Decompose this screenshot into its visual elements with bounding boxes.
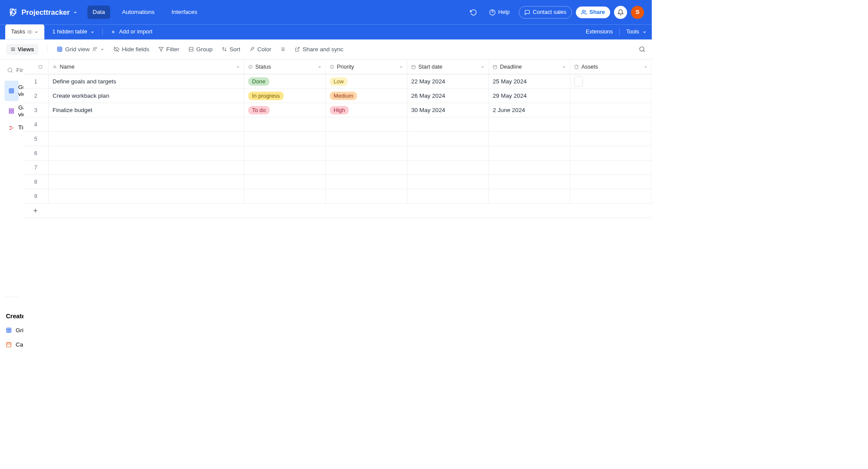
cell-assets[interactable] bbox=[570, 89, 652, 103]
cell-priority[interactable] bbox=[326, 189, 407, 204]
contact-sales-button[interactable]: Contact sales bbox=[519, 6, 572, 19]
cell-priority[interactable]: Low bbox=[326, 74, 407, 89]
cell-start-date[interactable]: 22 May 2024 bbox=[407, 74, 489, 89]
column-header-start[interactable]: Start date bbox=[407, 59, 489, 75]
cell-assets[interactable] bbox=[570, 117, 652, 132]
cell-assets[interactable] bbox=[570, 146, 652, 160]
hidden-tables-button[interactable]: 1 hidden table bbox=[53, 29, 95, 35]
cell-assets[interactable] bbox=[570, 189, 652, 204]
view-item-timeline[interactable]: Timeline bbox=[5, 121, 19, 135]
row-height-button[interactable] bbox=[281, 46, 286, 52]
cell-priority[interactable] bbox=[326, 117, 407, 132]
cell-name[interactable] bbox=[49, 146, 244, 160]
chevron-down-icon[interactable] bbox=[562, 65, 566, 69]
column-header-status[interactable]: Status bbox=[244, 59, 326, 75]
cell-priority[interactable]: High bbox=[326, 103, 407, 117]
view-name-dropdown[interactable]: Grid view bbox=[56, 46, 104, 53]
cell-status[interactable]: In progress bbox=[244, 89, 326, 103]
row-number[interactable]: 3 bbox=[23, 103, 49, 117]
search-records-button[interactable] bbox=[639, 46, 645, 53]
cell-priority[interactable] bbox=[326, 146, 407, 160]
row-number[interactable]: 7 bbox=[23, 160, 49, 175]
cell-name[interactable] bbox=[49, 189, 244, 204]
hide-fields-button[interactable]: Hide fields bbox=[113, 46, 149, 53]
group-button[interactable]: Group bbox=[188, 46, 213, 53]
row-number[interactable]: 1 bbox=[23, 74, 49, 89]
create-header[interactable]: Create... bbox=[5, 309, 19, 323]
cell-deadline[interactable] bbox=[489, 132, 571, 146]
cell-name[interactable] bbox=[49, 117, 244, 132]
cell-name[interactable]: Define goals and targets bbox=[49, 74, 244, 89]
cell-deadline[interactable] bbox=[489, 160, 571, 175]
filter-button[interactable]: Filter bbox=[158, 46, 179, 53]
add-row-button[interactable]: ＋ bbox=[23, 204, 652, 218]
sort-button[interactable]: Sort bbox=[222, 46, 241, 53]
create-calendar-button[interactable]: Calendar ＋ bbox=[5, 337, 19, 352]
create-grid-button[interactable]: Grid ＋ bbox=[5, 323, 19, 337]
cell-name[interactable]: Finalize budget bbox=[49, 103, 244, 117]
tab-tasks[interactable]: Tasks bbox=[5, 24, 44, 40]
view-item-gallery-view[interactable]: Gallery view bbox=[5, 101, 19, 121]
cell-deadline[interactable] bbox=[489, 175, 571, 189]
cell-status[interactable] bbox=[244, 132, 326, 146]
cell-start-date[interactable] bbox=[407, 117, 489, 132]
cell-status[interactable] bbox=[244, 189, 326, 204]
brand[interactable]: Projecttracker bbox=[8, 7, 78, 17]
cell-start-date[interactable] bbox=[407, 160, 489, 175]
add-import-button[interactable]: Add or import bbox=[111, 29, 152, 35]
select-all-header[interactable] bbox=[23, 59, 49, 75]
row-number[interactable]: 2 bbox=[23, 89, 49, 103]
chevron-down-icon[interactable] bbox=[481, 65, 485, 69]
nav-interfaces[interactable]: Interfaces bbox=[166, 6, 202, 19]
row-number[interactable]: 8 bbox=[23, 175, 49, 189]
cell-deadline[interactable]: 25 May 2024 bbox=[489, 74, 571, 89]
cell-name[interactable] bbox=[49, 160, 244, 175]
cell-name[interactable] bbox=[49, 132, 244, 146]
user-avatar[interactable]: S bbox=[631, 6, 644, 19]
cell-status[interactable]: Done bbox=[244, 74, 326, 89]
cell-start-date[interactable] bbox=[407, 189, 489, 204]
cell-assets[interactable] bbox=[570, 160, 652, 175]
cell-deadline[interactable]: 29 May 2024 bbox=[489, 89, 571, 103]
cell-status[interactable] bbox=[244, 146, 326, 160]
cell-start-date[interactable] bbox=[407, 146, 489, 160]
color-button[interactable]: Color bbox=[249, 46, 271, 53]
column-header-deadline[interactable]: Deadline bbox=[489, 59, 571, 75]
cell-assets[interactable] bbox=[570, 74, 652, 89]
share-button[interactable]: Share bbox=[576, 7, 610, 18]
cell-priority[interactable] bbox=[326, 160, 407, 175]
cell-deadline[interactable] bbox=[489, 117, 571, 132]
notifications-button[interactable] bbox=[614, 6, 627, 19]
cell-priority[interactable] bbox=[326, 132, 407, 146]
cell-start-date[interactable]: 30 May 2024 bbox=[407, 103, 489, 117]
cell-name[interactable] bbox=[49, 175, 244, 189]
cell-deadline[interactable]: 2 June 2024 bbox=[489, 103, 571, 117]
cell-deadline[interactable] bbox=[489, 189, 571, 204]
tools-button[interactable]: Tools bbox=[626, 29, 647, 35]
column-header-priority[interactable]: Priority bbox=[326, 59, 407, 75]
view-item-grid-view[interactable]: Grid view bbox=[5, 80, 19, 101]
cell-assets[interactable] bbox=[570, 103, 652, 117]
history-icon[interactable] bbox=[467, 6, 480, 19]
cell-status[interactable] bbox=[244, 160, 326, 175]
cell-status[interactable]: To do bbox=[244, 103, 326, 117]
column-header-assets[interactable]: Assets bbox=[570, 59, 652, 75]
cell-assets[interactable] bbox=[570, 175, 652, 189]
cell-status[interactable] bbox=[244, 117, 326, 132]
cell-assets[interactable] bbox=[570, 132, 652, 146]
cell-name[interactable]: Create workback plan bbox=[49, 89, 244, 103]
cell-start-date[interactable] bbox=[407, 132, 489, 146]
chevron-down-icon[interactable] bbox=[236, 65, 240, 69]
views-button[interactable]: Views bbox=[7, 44, 38, 55]
nav-data[interactable]: Data bbox=[87, 6, 110, 19]
row-number[interactable]: 9 bbox=[23, 189, 49, 204]
create-gallery-button[interactable]: Gallery ＋ bbox=[5, 352, 19, 353]
column-header-name[interactable]: Name bbox=[49, 59, 244, 75]
help-button[interactable]: Help bbox=[484, 7, 515, 18]
cell-status[interactable] bbox=[244, 175, 326, 189]
cell-priority[interactable] bbox=[326, 175, 407, 189]
extensions-button[interactable]: Extensions bbox=[586, 29, 613, 35]
cell-deadline[interactable] bbox=[489, 146, 571, 160]
find-view-input[interactable] bbox=[17, 66, 23, 73]
cell-priority[interactable]: Medium bbox=[326, 89, 407, 103]
